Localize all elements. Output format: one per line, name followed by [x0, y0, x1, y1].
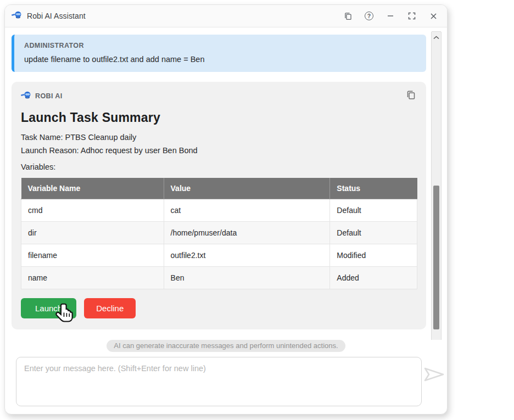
scrollbar-thumb[interactable] — [433, 186, 439, 329]
admin-role-label: ADMINISTRATOR — [24, 42, 417, 49]
decline-button[interactable]: Decline — [84, 298, 136, 318]
title-bar: Robi AI Assistant ? — [5, 5, 447, 27]
launch-reason-line: Launch Reason: Adhoc request by user Ben… — [21, 146, 417, 155]
robot-icon — [12, 10, 22, 21]
message-input-row — [5, 357, 447, 406]
chat-content: ADMINISTRATOR update filename to outfile… — [12, 35, 426, 329]
assistant-message-card: ROBI AI Launch Task Summary Task Name: P… — [12, 82, 426, 329]
chat-viewport: ADMINISTRATOR update filename to outfile… — [5, 27, 447, 340]
ai-disclaimer: AI can generate inaccurate messages and … — [107, 340, 345, 352]
copy-icon[interactable] — [343, 11, 353, 21]
cell-value: /home/pmuser/data — [164, 222, 330, 244]
page: Robi AI Assistant ? — [0, 0, 514, 420]
cell-value: Ben — [164, 267, 330, 289]
launch-button[interactable]: Launch — [21, 298, 76, 318]
composer-footer: AI can generate inaccurate messages and … — [5, 340, 447, 414]
cell-value: cat — [164, 199, 330, 222]
table-row: dir /home/pmuser/data Default — [21, 222, 417, 244]
col-header-status: Status — [330, 178, 417, 199]
copy-message-icon[interactable] — [405, 89, 416, 103]
window-title: Robi AI Assistant — [27, 12, 86, 20]
scroll-up-icon[interactable] — [432, 33, 441, 42]
cell-status: Modified — [330, 244, 417, 267]
window-controls: ? — [343, 11, 438, 21]
table-row: cmd cat Default — [21, 199, 417, 222]
cell-variable-name: cmd — [21, 199, 164, 222]
cell-variable-name: dir — [21, 222, 164, 244]
table-row: filename outfile2.txt Modified — [21, 244, 417, 267]
cell-value: outfile2.txt — [164, 244, 330, 267]
robi-ai-assistant-window: Robi AI Assistant ? — [4, 4, 448, 415]
robot-icon — [21, 91, 31, 102]
admin-message-text: update filename to outfile2.txt and add … — [24, 55, 417, 64]
send-icon[interactable] — [422, 357, 447, 383]
action-buttons-row: Launch Decline — [21, 298, 417, 318]
cell-status: Default — [330, 222, 417, 244]
assistant-card-header: ROBI AI — [21, 89, 417, 103]
variables-label: Variables: — [21, 163, 417, 171]
assistant-role-label: ROBI AI — [35, 92, 63, 100]
task-name-line: Task Name: PTBS Cleanup daily — [21, 133, 417, 142]
chat-scrollbar[interactable] — [431, 31, 442, 340]
variables-table: Variable Name Value Status cmd cat Defau… — [21, 178, 417, 289]
minimize-icon[interactable] — [386, 11, 395, 21]
launch-task-summary-heading: Launch Task Summary — [21, 110, 417, 125]
maximize-icon[interactable] — [407, 11, 417, 21]
table-header-row: Variable Name Value Status — [21, 178, 417, 199]
col-header-variable-name: Variable Name — [21, 178, 164, 199]
close-icon[interactable] — [428, 11, 438, 21]
cell-variable-name: name — [21, 267, 164, 289]
cell-status: Added — [330, 267, 417, 289]
admin-message-bubble: ADMINISTRATOR update filename to outfile… — [12, 35, 426, 72]
message-input[interactable] — [16, 357, 422, 406]
cell-status: Default — [330, 199, 417, 222]
disclaimer-row: AI can generate inaccurate messages and … — [5, 340, 447, 352]
table-row: name Ben Added — [21, 267, 417, 289]
col-header-value: Value — [164, 178, 330, 199]
help-icon[interactable]: ? — [364, 11, 374, 21]
cell-variable-name: filename — [21, 244, 164, 267]
